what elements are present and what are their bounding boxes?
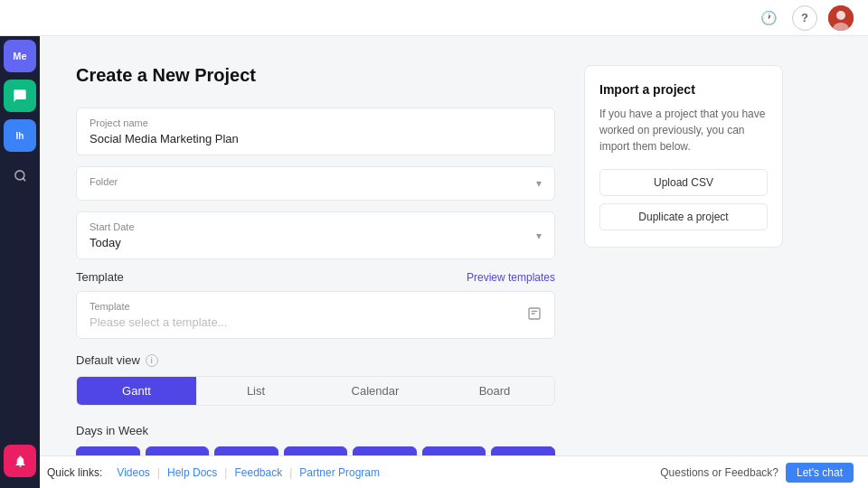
template-placeholder: Please select a template... xyxy=(90,315,227,329)
project-name-input[interactable] xyxy=(90,132,542,145)
videos-link[interactable]: Videos xyxy=(109,466,156,479)
default-view-wrap: Default view i xyxy=(76,353,555,367)
view-tabs: Gantt List Calendar Board xyxy=(76,376,555,406)
import-description: If you have a project that you have work… xyxy=(599,106,768,155)
start-date-label: Start Date xyxy=(90,221,536,232)
template-section-label: Template xyxy=(76,270,124,284)
folder-field[interactable]: Folder ▾ xyxy=(76,166,555,201)
history-icon[interactable]: 🕐 xyxy=(756,5,781,31)
tab-gantt[interactable]: Gantt xyxy=(77,377,196,405)
default-view-label: Default view xyxy=(76,353,140,367)
project-name-label: Project name xyxy=(90,117,542,128)
sidebar-item-chat[interactable] xyxy=(4,80,36,112)
main-content: Create a New Project Project name Folder… xyxy=(40,36,868,488)
template-icon xyxy=(527,306,542,324)
help-docs-link[interactable]: Help Docs xyxy=(160,466,224,479)
import-section: Import a project If you have a project t… xyxy=(584,65,783,459)
tab-calendar[interactable]: Calendar xyxy=(316,377,435,405)
svg-line-8 xyxy=(23,178,25,181)
tab-list[interactable]: List xyxy=(196,377,316,405)
user-avatar[interactable] xyxy=(828,5,854,31)
quick-links-label: Quick links: xyxy=(47,466,102,479)
upload-csv-button[interactable]: Upload CSV xyxy=(599,169,768,196)
start-date-inner: Start Date Today xyxy=(90,221,536,249)
top-bar-icons: 🕐 ? xyxy=(756,5,854,31)
bottom-bar: Quick links: Videos | Help Docs | Feedba… xyxy=(0,455,868,488)
sidebar-item-me[interactable]: Me xyxy=(4,40,36,72)
sidebar-item-search[interactable] xyxy=(4,159,36,192)
partner-program-link[interactable]: Partner Program xyxy=(292,466,387,479)
bottom-right: Questions or Feedback? Let's chat xyxy=(660,463,854,483)
question-text: Questions or Feedback? xyxy=(660,466,778,479)
import-card: Import a project If you have a project t… xyxy=(584,65,783,248)
svg-point-1 xyxy=(836,11,845,20)
sidebar: Me lh xyxy=(0,0,40,488)
import-title: Import a project xyxy=(599,82,768,97)
days-in-week-label: Days in Week xyxy=(76,424,555,437)
duplicate-project-button[interactable]: Duplicate a project xyxy=(599,203,768,230)
template-inner: Template Please select a template... xyxy=(90,301,227,329)
svg-point-7 xyxy=(14,170,24,179)
top-bar: 🕐 ? xyxy=(0,0,868,36)
template-header: Template Preview templates xyxy=(76,270,555,284)
import-buttons: Upload CSV Duplicate a project xyxy=(599,169,768,230)
start-date-value: Today xyxy=(90,236,536,249)
folder-inner: Folder xyxy=(90,176,536,191)
start-date-field[interactable]: Start Date Today ▾ xyxy=(76,211,555,259)
bottom-links: Quick links: Videos | Help Docs | Feedba… xyxy=(47,466,387,479)
template-field-label: Template xyxy=(90,301,227,312)
sidebar-bell-icon[interactable] xyxy=(4,445,36,477)
project-name-field: Project name xyxy=(76,108,555,155)
folder-arrow-icon: ▾ xyxy=(536,177,542,190)
tab-board[interactable]: Board xyxy=(435,377,554,405)
lets-chat-button[interactable]: Let's chat xyxy=(786,463,854,483)
help-icon[interactable]: ? xyxy=(792,5,817,31)
start-date-arrow-icon: ▾ xyxy=(536,230,542,242)
sidebar-bottom xyxy=(4,445,36,477)
sidebar-item-projects[interactable]: lh xyxy=(4,119,36,152)
preview-templates-link[interactable]: Preview templates xyxy=(467,271,555,284)
folder-label: Folder xyxy=(90,176,536,187)
page-title: Create a New Project xyxy=(76,65,555,86)
form-section: Create a New Project Project name Folder… xyxy=(76,65,555,459)
template-field[interactable]: Template Please select a template... xyxy=(76,291,555,339)
feedback-link[interactable]: Feedback xyxy=(227,466,289,479)
default-view-info-icon[interactable]: i xyxy=(146,354,158,367)
